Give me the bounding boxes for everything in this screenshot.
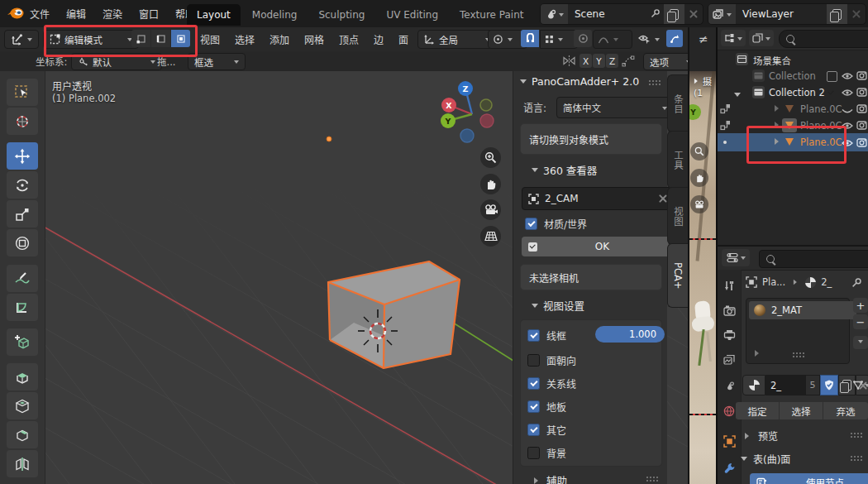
mini-camera-button[interactable] [690,195,708,213]
tab-modifiers[interactable] [720,458,738,477]
list-filter-expand-icon[interactable] [755,350,762,357]
outliner-row-plane-1[interactable]: Plane.0C [718,101,868,117]
tool-measure[interactable] [7,294,38,321]
scene-icon[interactable] [541,4,568,24]
tab-output[interactable] [720,326,738,344]
aux-grip[interactable] [646,476,658,482]
select-tool-dropdown[interactable]: 框选 [188,53,246,70]
tool-extrude[interactable] [7,363,38,391]
aux-section-header[interactable]: 辅助 [532,472,567,484]
view-settings-header[interactable]: 视图设置 [532,298,584,314]
properties-editor-type-button[interactable] [722,249,750,266]
new-viewlayer-button[interactable] [827,4,847,24]
background-checkbox[interactable] [527,447,540,459]
deselect-button[interactable]: 弃选 [823,402,868,419]
tab-tool[interactable] [720,276,738,295]
scene-name[interactable]: Scene [568,8,647,20]
unlink-scene-button[interactable] [684,10,703,18]
menu-vertex[interactable]: 顶点 [331,27,366,51]
tool-annotate[interactable] [7,265,38,292]
tool-cursor[interactable] [7,108,38,135]
camera-visibility-icon[interactable] [856,70,867,83]
preview-section-header[interactable]: 预览 [742,429,778,443]
add-slot-button[interactable]: + [853,298,868,313]
camera-visibility-icon[interactable] [856,103,867,116]
remove-viewlayer-button[interactable] [847,10,866,18]
mode-selector[interactable]: 编辑模式 [43,30,139,49]
tab-object[interactable] [720,432,738,450]
viewlayer-icon[interactable] [708,4,736,24]
material-world-checkbox[interactable] [525,218,537,230]
fake-user-button[interactable] [820,375,838,395]
face-orientation-checkbox[interactable] [527,354,540,367]
snap-toggle-button[interactable] [521,30,539,47]
snap-path-icon[interactable] [622,55,635,69]
falloff-glyph-icon[interactable]: ≠ [699,32,708,46]
workspace-tab-texture-paint[interactable]: Texture Paint [450,4,533,26]
menu-face[interactable]: 面 [391,27,416,51]
material-name-field[interactable]: 2_ [765,375,805,395]
tool-select-box[interactable] [7,79,38,106]
expand-icon[interactable] [775,138,782,145]
camera-visibility-icon[interactable] [856,120,867,132]
edge-select-button[interactable] [151,30,170,47]
mirror-y-button[interactable]: Y [593,54,605,68]
toggle-relationship-lines[interactable]: 关系线 [527,376,576,391]
properties-search-field[interactable] [759,250,868,268]
tool-rotate[interactable] [7,171,38,199]
wireframe-slider[interactable]: 1.000 [595,326,665,343]
tool-move[interactable] [7,142,38,170]
mini-viewport[interactable]: 摄 (1 Y [688,71,718,484]
camera-field[interactable]: 2_CAM [522,187,674,210]
menu-render[interactable]: 渲染 [94,0,131,27]
tool-scale[interactable] [7,200,38,228]
sidebar-tab-view[interactable]: 视图 [667,187,688,245]
pin-icon[interactable] [647,8,664,21]
toggle-floor[interactable]: 地板 [527,400,566,414]
sidebar-tab-pca[interactable]: PCA+ [667,243,688,308]
workspace-tab-sculpting[interactable]: Sculpting [308,4,374,26]
orientation-dropdown[interactable]: 全局 [417,30,497,49]
proportional-edit-button[interactable] [574,30,592,47]
zoom-button[interactable] [480,147,501,168]
tab-render[interactable] [720,301,738,319]
eye-icon[interactable] [842,88,853,99]
wireframe-toggle[interactable]: 线框 [527,328,566,343]
sidebar-tab-tool[interactable]: 工具 [667,131,688,189]
tool-transform[interactable] [7,229,38,256]
menu-file[interactable]: 文件 [21,0,58,27]
mini-axis-y-ball[interactable]: Y [688,104,701,120]
eye-icon[interactable] [842,138,853,150]
menu-mesh[interactable]: 网格 [297,27,331,51]
breadcrumb-material-name[interactable]: 2_ [821,276,832,288]
eye-icon[interactable] [842,71,853,83]
mini-pan-button[interactable] [690,169,708,187]
material-browse-button[interactable] [742,375,765,395]
expand-icon[interactable] [775,105,782,112]
menu-add[interactable]: 添加 [262,27,297,51]
eye-closed-icon[interactable] [842,106,853,117]
gizmo-toggle-button[interactable] [666,30,683,47]
use-nodes-button[interactable]: 使用节点 [750,473,868,484]
menu-select[interactable]: 选择 [227,27,262,51]
wireframe-checkbox[interactable] [527,329,540,342]
tab-viewlayer[interactable] [720,351,738,369]
outliner-display-button[interactable] [749,30,774,46]
tool-add-cube[interactable] [7,328,38,356]
snap-target-dropdown[interactable] [540,30,578,49]
camera-view-button[interactable] [480,199,501,220]
material-world-toggle[interactable]: 材质/世界 [525,217,587,231]
new-scene-button[interactable] [664,4,684,24]
tool-inset[interactable] [7,392,38,419]
other-checkbox[interactable] [527,424,540,436]
preview-grip[interactable] [850,432,862,438]
toggle-background[interactable]: 背景 [527,446,566,460]
assign-button[interactable]: 指定 [736,402,779,419]
select-button[interactable]: 选择 [780,402,823,419]
mirror-x-button[interactable]: X [579,54,592,68]
tab-scene[interactable] [720,377,738,395]
coord-system-dropdown[interactable]: 默认 [71,53,162,70]
pin-icon[interactable] [851,277,862,290]
toggle-other[interactable]: 其它 [527,423,566,437]
mirror-z-button[interactable]: Z [606,54,618,68]
